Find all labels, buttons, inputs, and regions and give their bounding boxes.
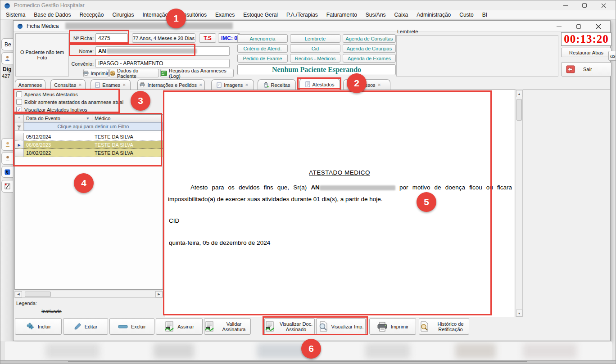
tab-internacoes-pedidos[interactable]: Internações e Pedidos✕ — [137, 79, 205, 90]
pedido-exame-button[interactable]: Pedido de Exame — [237, 54, 288, 63]
validar-assinatura-button[interactable]: Validar Assinatura — [204, 318, 251, 335]
menu-consultorios[interactable]: Consultórios — [177, 12, 207, 18]
menu-base-de-dados[interactable]: Base de Dados — [34, 12, 71, 18]
imprimir-header-button[interactable]: Imprimir — [83, 69, 109, 77]
maximize-icon[interactable] — [569, 22, 589, 31]
sidebar-tab-chart[interactable] — [1, 166, 13, 178]
amenorreia-button[interactable]: Amenorreia — [237, 34, 288, 43]
signed-document-icon — [204, 321, 214, 332]
ficha-number-field[interactable]: 4275 — [95, 33, 128, 43]
sidebar-tab-patient[interactable] — [1, 52, 13, 64]
app-title: Promedico Gestão Hospitalar — [14, 2, 85, 9]
checkbox-somente-anamnese-atual[interactable]: Exibir somente atestados da anamnese atu… — [16, 99, 123, 105]
sort-desc-icon[interactable]: ▼ — [86, 117, 90, 121]
dados-do-paciente-button[interactable]: 2o Dados do Paciente — [109, 69, 159, 77]
table-header-row: * Data do Evento ▼ Médico — [15, 115, 163, 122]
visualizar-doc-assinado-button[interactable]: Visualizar Doc. Assinado — [264, 318, 315, 335]
close-icon[interactable]: ✕ — [199, 83, 203, 87]
registros-anamneses-button[interactable]: ACT Registros das Anamneses (Log) — [160, 69, 234, 77]
minimize-icon[interactable] — [549, 22, 569, 31]
waiting-patient-banner: Nenhum Paciente Esperando — [237, 64, 396, 75]
tab-impressos[interactable]: Impressos✕ — [343, 79, 390, 90]
assinar-button[interactable]: Assinar — [156, 318, 203, 335]
menu-bi[interactable]: BI — [482, 12, 487, 18]
scroll-down-icon[interactable]: ▼ — [516, 310, 522, 317]
recibos-medicos-button[interactable]: Recibos - Médicos — [290, 54, 340, 63]
menu-recepcao[interactable]: Recepção — [79, 12, 104, 18]
scroll-left-icon[interactable]: ◀ — [15, 291, 22, 297]
visualizar-imp-button[interactable]: Visualizar Imp. — [316, 318, 366, 335]
criterio-atend-button[interactable]: Critério de Atend. — [237, 44, 288, 53]
close-icon[interactable]: ✕ — [245, 83, 249, 87]
close-icon[interactable] — [594, 0, 613, 10]
maximize-icon[interactable] — [575, 0, 594, 10]
tab-anamnese[interactable]: Anamnese — [15, 79, 45, 90]
checkbox-icon[interactable] — [16, 99, 22, 105]
close-icon[interactable] — [589, 22, 608, 31]
scroll-up-icon[interactable]: ▲ — [516, 90, 522, 97]
tab-imagens[interactable]: Imagens✕ — [211, 79, 254, 90]
agenda-consultas-button[interactable]: Agenda de Consultas — [343, 34, 396, 43]
tab-consultas[interactable]: Consultas✕ — [50, 79, 86, 90]
menu-sistema[interactable]: Sistema — [6, 12, 25, 18]
minimize-icon[interactable] — [556, 0, 575, 10]
scroll-right-icon[interactable]: ▶ — [155, 291, 163, 297]
menu-custo[interactable]: Custo — [459, 12, 473, 18]
close-icon[interactable]: ✕ — [378, 83, 381, 87]
ficha-medica-window: Ficha Médica O Paciente não tem Foto Nº … — [13, 20, 611, 341]
table-filter-row[interactable]: Clique aqui para definir um Filtro — [15, 122, 163, 131]
menu-sus-ans[interactable]: Sus/Ans — [366, 12, 386, 18]
historico-retificacao-button[interactable]: Histórico de Retificação — [419, 318, 469, 335]
patient-photo-placeholder: O Paciente não tem Foto — [15, 33, 69, 76]
column-header-medico[interactable]: Médico — [92, 115, 163, 122]
tab-receitas[interactable]: Receitas — [258, 79, 296, 90]
menu-caixa[interactable]: Caixa — [394, 12, 408, 18]
vscroll-thumb[interactable] — [516, 99, 522, 121]
table-row[interactable]: 05/12/2024 TESTE DA SILVA — [15, 133, 163, 141]
checkbox-icon[interactable] — [16, 91, 22, 97]
filter-hint[interactable]: Clique aqui para definir um Filtro — [24, 122, 163, 130]
lembrete-button[interactable]: Lembrete — [290, 34, 340, 43]
imprimir-button[interactable]: Imprimir — [369, 318, 416, 335]
menu-pa-terapias[interactable]: P.A./Terapias — [286, 12, 318, 18]
main-window-controls — [556, 0, 613, 10]
excluir-button[interactable]: Excluir — [109, 318, 154, 335]
clipped-background-button[interactable]: as — [608, 51, 616, 61]
menu-estoque-geral[interactable]: Estoque Geral — [243, 12, 278, 18]
hscroll-thumb[interactable] — [25, 292, 51, 297]
column-header-data-do-evento[interactable]: Data do Evento ▼ — [24, 115, 92, 122]
ts-button[interactable]: T.S — [199, 33, 216, 43]
menu-administracao[interactable]: Administração — [417, 12, 451, 18]
sidebar-tab-notes[interactable] — [1, 180, 13, 193]
table-row-selected[interactable]: ▶ 06/08/2023 TESTE DA SILVA — [15, 141, 163, 149]
editar-button[interactable]: Editar — [63, 318, 108, 335]
checkbox-apenas-meus-atestados[interactable]: Apenas Meus Atestados — [16, 91, 78, 97]
document-vscrollbar[interactable]: ▲ ▼ — [516, 90, 523, 317]
table-hscrollbar[interactable]: ◀ ▶ — [14, 291, 163, 298]
name-field[interactable]: AN — [95, 46, 230, 56]
checkbox-visualizar-inativos[interactable]: ✓ Visualizar Atestados Inativos — [16, 107, 87, 112]
menu-faturamento[interactable]: Faturamento — [326, 12, 357, 18]
convenio-field[interactable]: IPASGO - APARTAMENTO — [95, 59, 230, 68]
svg-text:2o: 2o — [111, 72, 115, 76]
close-icon[interactable]: ✕ — [78, 83, 82, 87]
menu-internacao[interactable]: Internação — [142, 12, 168, 18]
incluir-button[interactable]: Incluir — [15, 318, 62, 335]
agenda-cirurgias-button[interactable]: Agenda de Cirurgias — [343, 44, 396, 53]
tab-exames[interactable]: Exames✕ — [91, 79, 131, 90]
sidebar-tab-person-1[interactable] — [1, 138, 13, 151]
table-row-inactive[interactable]: 10/02/2022 TESTE DA SILVA — [15, 149, 163, 157]
restaurar-abas-button[interactable]: Restaurar Abas — [561, 48, 611, 57]
cid-button[interactable]: Cid — [290, 44, 340, 53]
close-icon[interactable]: ✕ — [122, 83, 126, 87]
sair-button[interactable]: Sair — [561, 62, 611, 76]
agenda-exames-button[interactable]: Agenda de Exames — [343, 54, 396, 63]
menu-cirurgias[interactable]: Cirurgias — [112, 12, 134, 18]
menu-exames[interactable]: Exames — [215, 12, 235, 18]
atestado-document-preview[interactable]: ATESTADO MEDICO Atesto para os devidos f… — [164, 90, 515, 317]
tab-atestados[interactable]: Atestados — [299, 78, 340, 90]
sidebar-tab-person-2[interactable] — [1, 152, 13, 165]
sidebar-tab-be[interactable]: Be — [1, 38, 13, 50]
lembrete-group-label: Lembrete — [397, 29, 418, 34]
checkbox-checked-icon[interactable]: ✓ — [16, 107, 22, 112]
